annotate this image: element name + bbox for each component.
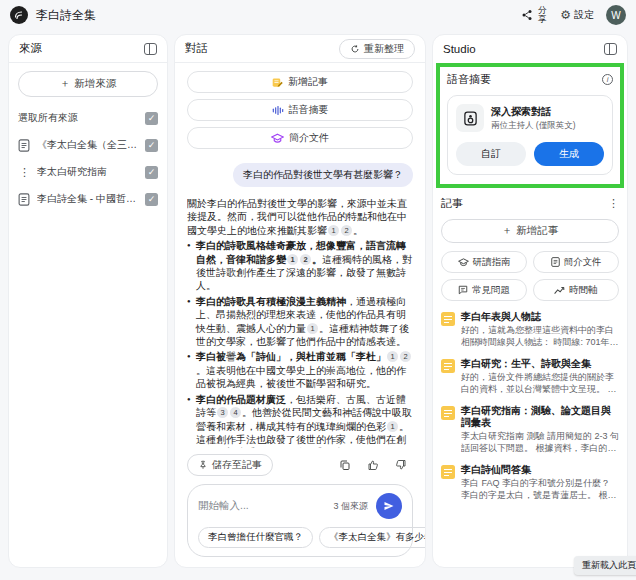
note-icon — [441, 359, 455, 373]
citation-chip[interactable]: 2 — [400, 351, 411, 362]
thumbs-down-icon[interactable] — [395, 459, 407, 471]
response-intro: 關於李白的作品對後世文學的影響，來源中並未直接提及。然而，我們可以從他作品的特點… — [187, 197, 413, 237]
source-checkbox[interactable]: ✓ — [145, 193, 158, 206]
collapse-panel-icon[interactable] — [144, 43, 157, 55]
generate-button[interactable]: 生成 — [534, 142, 604, 166]
source-label: 李太白研究指南 — [37, 165, 139, 179]
study-guide-button[interactable]: 研讀指南 — [441, 251, 527, 273]
note-preview: 李太白研究指南 測驗 請用簡短的 2-3 句話回答以下問題。 根據資料，李白的祖… — [461, 431, 619, 454]
note-preview: 好的，這就為您整理這些資料中的李白相關時間線與人物誌： 時間線: 701年: 李… — [461, 325, 619, 348]
note-icon — [441, 312, 455, 326]
suggestion-chip[interactable]: 《李太白全集》有多少卷？ — [319, 527, 425, 548]
info-icon[interactable]: i — [602, 74, 613, 85]
note-title: 李白年表與人物誌 — [461, 311, 619, 323]
briefing-icon — [271, 133, 284, 144]
source-count-label: 3 個來源 — [333, 500, 368, 513]
add-source-button[interactable]: ＋ 新增來源 — [18, 71, 158, 97]
document-icon — [18, 193, 31, 206]
citation-chip[interactable]: 1 — [387, 421, 398, 432]
timeline-button[interactable]: 時間軸 — [533, 279, 619, 301]
response-bullet: 李白的作品題材廣泛，包括樂府、古風、古近體詩等34。他善於從民間文藝和神話傳說中… — [187, 393, 413, 448]
notes-menu-icon[interactable]: ⋮ — [608, 197, 619, 210]
note-preview: 好的，這份文件將總結您提供的關於李白的資料，並以台灣繁體中文呈現。 李白研究簡報… — [461, 372, 619, 395]
source-row[interactable]: ⋮ 李太白研究指南 ✓ — [18, 165, 158, 179]
save-to-note-button[interactable]: 儲存至記事 — [187, 454, 273, 476]
audio-overview-section-annotation: 語音摘要 i 深入探索對話 兩位主持人 (僅限英文) 自訂 — [436, 63, 624, 188]
refresh-icon — [350, 44, 360, 54]
sources-panel-title: 來源 — [19, 41, 42, 56]
note-preview: 李白 FAQ 李白的字和號分別是什麼？ 李白的字是太白，號是青蓮居士。 根據資料… — [461, 478, 619, 501]
suggestion-chip[interactable]: 李白曾擔任什麼官職？ — [198, 527, 313, 548]
note-title: 李白研究：生平、詩歌與全集 — [461, 358, 619, 370]
user-message-bubble: 李白的作品對後世文學有甚麼影響？ — [233, 163, 413, 187]
audio-overview-action-button[interactable]: 語音摘要 — [187, 99, 413, 121]
reload-toast: 重新載入此頁 — [574, 556, 636, 575]
citation-chip[interactable]: 1 — [328, 225, 339, 236]
settings-button[interactable]: ⚙ 設定 — [560, 8, 594, 22]
plus-icon: ＋ — [60, 77, 71, 91]
select-all-checkbox[interactable]: ✓ — [145, 112, 158, 125]
briefing-doc-button[interactable]: 簡介文件 — [533, 251, 619, 273]
text-dots-icon: ⋮ — [18, 166, 31, 179]
note-item[interactable]: 李白研究指南：測驗、論文題目與詞彙表 李太白研究指南 測驗 請用簡短的 2-3 … — [441, 405, 619, 454]
briefing-doc-action-button[interactable]: 簡介文件 — [187, 127, 413, 149]
share-button[interactable]: 分享 — [521, 6, 548, 24]
customize-button[interactable]: 自訂 — [456, 142, 526, 166]
faq-button[interactable]: 常見問題 — [441, 279, 527, 301]
share-icon — [521, 9, 533, 21]
add-note-button[interactable]: ＋ 新增記事 — [441, 219, 619, 243]
notes-list: 李白年表與人物誌 好的，這就為您整理這些資料中的李白相關時間線與人物誌： 時間線… — [441, 311, 619, 501]
chat-input-container: 開始輸入... 3 個來源 李白曾擔任什麼官職？ 《李太白全集》有多少卷？ › — [187, 484, 413, 557]
source-checkbox[interactable]: ✓ — [145, 139, 158, 152]
citation-chip[interactable]: 1 — [387, 351, 398, 362]
note-add-icon — [272, 77, 283, 88]
graduation-cap-icon — [458, 258, 469, 267]
source-label: 《李太白全集（全三冊）》文字... — [37, 138, 139, 152]
studio-panel-title: Studio — [443, 43, 476, 55]
faq-icon — [458, 285, 468, 295]
pin-icon — [198, 460, 208, 470]
citation-chip[interactable]: 1 — [287, 254, 298, 265]
source-checkbox[interactable]: ✓ — [145, 166, 158, 179]
notebook-title: 李白詩全集 — [36, 7, 96, 24]
add-note-action-button[interactable]: 新增記事 — [187, 71, 413, 93]
audio-overview-title: 語音摘要 — [447, 72, 491, 87]
deep-dive-card: 深入探索對話 兩位主持人 (僅限英文) 自訂 生成 — [447, 95, 613, 175]
briefing-doc-icon — [551, 257, 560, 267]
avatar[interactable]: W — [606, 5, 626, 25]
podcast-icon — [456, 104, 484, 132]
note-item[interactable]: 李白年表與人物誌 好的，這就為您整理這些資料中的李白相關時間線與人物誌： 時間線… — [441, 311, 619, 348]
share-label: 分享 — [536, 6, 548, 24]
document-icon — [18, 139, 31, 152]
settings-label: 設定 — [574, 8, 594, 22]
thumbs-up-icon[interactable] — [367, 459, 379, 471]
copy-icon[interactable] — [339, 459, 351, 471]
collapse-panel-icon[interactable] — [604, 43, 617, 55]
response-bullet: 李白被譽為「詩仙」，與杜甫並稱「李杜」12。這表明他在中國文學史上的崇高地位，他… — [187, 350, 413, 390]
note-item[interactable]: 李白研究：生平、詩歌與全集 好的，這份文件將總結您提供的關於李白的資料，並以台灣… — [441, 358, 619, 395]
citation-chip[interactable]: 1 — [307, 323, 318, 334]
select-all-sources-label: 選取所有來源 — [18, 111, 78, 125]
note-icon — [441, 406, 455, 420]
plus-icon: ＋ — [502, 224, 513, 238]
deep-dive-subtitle: 兩位主持人 (僅限英文) — [491, 120, 576, 132]
send-button[interactable] — [376, 493, 402, 519]
response-bullet-list: 李白的詩歌風格雄奇豪放，想像豐富，語言流轉自然，音律和諧多變12。這種獨特的風格… — [187, 239, 413, 448]
source-row[interactable]: 李白詩全集 - 中國哲學書電子化... ✓ — [18, 192, 158, 206]
citation-chip[interactable]: 2 — [341, 225, 352, 236]
source-row[interactable]: 《李太白全集（全三冊）》文字... ✓ — [18, 138, 158, 152]
citation-chip[interactable]: 2 — [300, 254, 311, 265]
response-bullet: 李白的詩歌具有積極浪漫主義精神，通過積極向上、昂揚熱烈的理想來表達，使他的作品具… — [187, 295, 413, 349]
timeline-icon — [554, 286, 565, 295]
refresh-button[interactable]: 重新整理 — [339, 39, 415, 59]
citation-chip[interactable]: 3 — [217, 407, 228, 418]
studio-panel: Studio 語音摘要 i 深入探索對話 兩位主持人 (僅限英文) — [432, 34, 628, 568]
citation-chip[interactable]: 4 — [230, 407, 241, 418]
sources-panel: 來源 ＋ 新增來源 選取所有來源 ✓ 《李太白全集（全三冊）》文字... ✓ ⋮ — [8, 34, 168, 568]
response-bullet: 李白的詩歌風格雄奇豪放，想像豐富，語言流轉自然，音律和諧多變12。這種獨特的風格… — [187, 239, 413, 293]
note-item[interactable]: 李白詩仙問答集 李白 FAQ 李白的字和號分別是什麼？ 李白的字是太白，號是青蓮… — [441, 464, 619, 501]
note-title: 李白研究指南：測驗、論文題目與詞彙表 — [461, 405, 619, 429]
chat-input[interactable]: 開始輸入... — [198, 499, 325, 513]
source-label: 李白詩全集 - 中國哲學書電子化... — [37, 192, 139, 206]
assistant-response: 關於李白的作品對後世文學的影響，來源中並未直接提及。然而，我們可以從他作品的特點… — [187, 197, 413, 448]
